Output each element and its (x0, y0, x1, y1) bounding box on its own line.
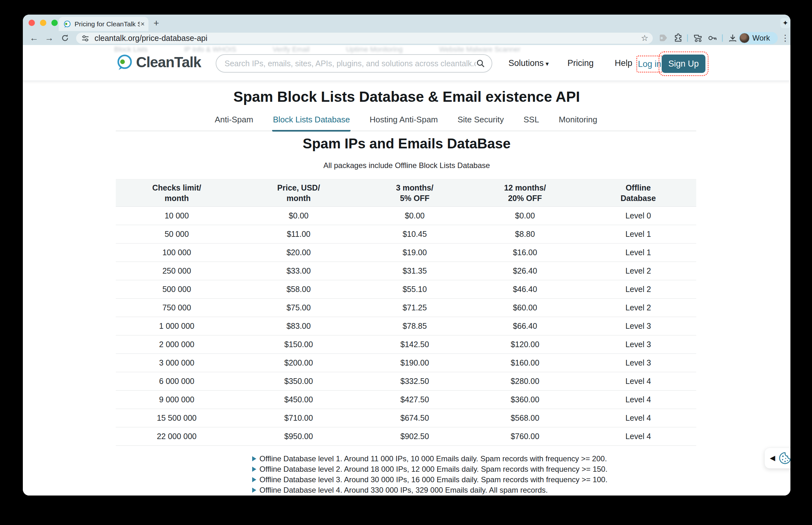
note-arrow-icon (252, 477, 256, 482)
section-subtitle: All packages include Offline Block Lists… (23, 161, 791, 170)
pricing-cell: $8.80 (470, 225, 580, 243)
pricing-cell: $71.25 (360, 299, 470, 317)
note-line: Offline Database level 2. Around 18 000 … (252, 464, 607, 474)
pricing-cell: $0.00 (470, 207, 580, 225)
site-search-bar[interactable] (216, 54, 492, 73)
url-text[interactable]: cleantalk.org/price-database-api (94, 34, 641, 43)
column-header-price-usd: Price, USD/month (238, 179, 359, 207)
pricing-cell: $58.00 (238, 280, 359, 299)
pricing-cell: $360.00 (470, 391, 580, 409)
tab-search-button[interactable]: ✦ (780, 18, 791, 28)
tab-block-lists-database[interactable]: Block Lists Database (272, 110, 351, 132)
pricing-cell: $190.00 (360, 354, 470, 372)
pricing-cell: $0.00 (360, 207, 470, 225)
pricing-cell: $160.00 (470, 354, 580, 372)
pricing-tabs: Anti-SpamBlock Lists DatabaseHosting Ant… (116, 110, 696, 131)
back-icon: ← (29, 33, 39, 43)
pricing-row: 6 000 000$350.00$332.50$280.00Level 4 (116, 372, 696, 391)
pricing-cell: $20.00 (238, 243, 359, 262)
back-button[interactable]: ← (27, 31, 41, 45)
search-input[interactable] (224, 59, 476, 68)
pricing-cell: Level 4 (580, 409, 696, 427)
pricing-cell: $31.35 (360, 262, 470, 280)
pricing-cell: $280.00 (470, 372, 580, 391)
search-icon[interactable] (476, 59, 485, 68)
pricing-row: 15 500 000$710.00$674.50$568.00Level 4 (116, 409, 696, 427)
pricing-cell: $427.50 (360, 391, 470, 409)
column-header-3-months: 3 months/5% OFF (360, 179, 470, 207)
window-close-button[interactable] (29, 20, 35, 26)
pricing-cell: $75.00 (238, 299, 359, 317)
signup-button[interactable]: Sign Up (662, 55, 705, 73)
browser-tab-strip: Pricing for CleanTalk Spam Bl × + ✦ (23, 15, 791, 31)
browser-toolbar: ← → cleantalk.org/price-database-api ☆ (23, 31, 791, 45)
pricing-cell: 50 000 (116, 225, 238, 243)
login-link[interactable]: Log in (638, 59, 661, 69)
profile-avatar (739, 33, 750, 43)
cookie-icon[interactable] (778, 451, 791, 465)
new-tab-button[interactable]: + (153, 18, 159, 29)
pricing-cell: Level 4 (580, 372, 696, 391)
note-arrow-icon (252, 487, 256, 493)
pricing-cell: $83.00 (238, 317, 359, 335)
collapse-arrow-icon[interactable]: ◀ (770, 454, 775, 462)
extension-shortcut-icon[interactable] (658, 33, 668, 43)
pricing-cell: Level 4 (580, 427, 696, 446)
site-settings-icon[interactable] (81, 34, 89, 43)
tab-anti-spam[interactable]: Anti-Spam (214, 110, 254, 131)
page-title: Spam Block Lists Database & Email existe… (23, 88, 791, 105)
bookmark-star-icon[interactable]: ☆ (641, 33, 648, 43)
browser-menu-icon[interactable]: ⋮ (781, 33, 789, 43)
pricing-cell: $78.85 (360, 317, 470, 335)
chevron-down-icon: ▾ (546, 60, 549, 67)
tab-hosting-anti-spam[interactable]: Hosting Anti-Spam (369, 110, 438, 131)
offline-database-notes: Offline Database level 1. Around 11 000 … (252, 453, 607, 495)
tab-close-icon[interactable]: × (141, 20, 145, 28)
pricing-cell: 15 500 000 (116, 409, 238, 427)
nav-pricing[interactable]: Pricing (567, 58, 594, 68)
pricing-cell: Level 2 (580, 262, 696, 280)
window-minimize-button[interactable] (40, 20, 46, 26)
cookie-consent-widget[interactable]: ◀ (764, 448, 791, 468)
toolbar-separator (722, 34, 723, 42)
forward-button[interactable]: → (43, 31, 56, 45)
password-key-icon[interactable] (707, 33, 718, 43)
pricing-cell: $568.00 (470, 409, 580, 427)
extensions-puzzle-icon[interactable] (673, 33, 683, 43)
address-bar[interactable]: cleantalk.org/price-database-api ☆ (76, 33, 653, 44)
window-zoom-button[interactable] (51, 20, 58, 26)
tab-site-security[interactable]: Site Security (457, 110, 505, 131)
section-title: Spam IPs and Emails DataBase (23, 136, 791, 152)
tab-title: Pricing for CleanTalk Spam Bl (75, 20, 140, 28)
pricing-cell: 3 000 000 (116, 354, 238, 372)
pricing-cell: $16.00 (470, 243, 580, 262)
pricing-cell: Level 1 (580, 243, 696, 262)
profile-button[interactable]: Work (738, 32, 778, 44)
faded-nav-item-website-malware-scanner: Website Malware Scanner (439, 45, 520, 54)
reload-button[interactable] (58, 31, 72, 45)
cleantalk-logo[interactable]: CleanTalk (116, 53, 201, 71)
nav-solutions[interactable]: Solutions▾ (508, 58, 549, 68)
pricing-cell: Level 3 (580, 317, 696, 335)
nav-help[interactable]: Help (615, 58, 633, 68)
cleantalk-favicon-icon (63, 20, 71, 28)
note-text: Offline Database level 3. Around 30 000 … (260, 475, 607, 484)
pricing-cell: $0.00 (238, 207, 359, 225)
faded-nav-item-block-lists: Block Lists (114, 45, 147, 54)
tab-monitoring[interactable]: Monitoring (558, 110, 598, 131)
forward-icon: → (45, 33, 54, 43)
note-arrow-icon (252, 467, 256, 472)
extension-carriage-icon[interactable] (693, 33, 703, 43)
faded-top-nav: Block ListsIP Info & WHOISVerify EmailUp… (114, 45, 520, 54)
cleantalk-wordmark: CleanTalk (136, 54, 201, 71)
pricing-cell: $33.00 (238, 262, 359, 280)
browser-tab[interactable]: Pricing for CleanTalk Spam Bl × (59, 17, 148, 31)
note-line: Offline Database level 3. Around 30 000 … (252, 474, 607, 485)
pricing-cell: Level 2 (580, 280, 696, 299)
downloads-icon[interactable] (728, 33, 738, 43)
pricing-cell: $142.50 (360, 335, 470, 354)
pricing-row: 100 000$20.00$19.00$16.00Level 1 (116, 243, 696, 262)
tab-ssl[interactable]: SSL (523, 110, 540, 131)
pricing-row: 9 000 000$450.00$427.50$360.00Level 4 (116, 391, 696, 409)
browser-window: Pricing for CleanTalk Spam Bl × + ✦ ← → (23, 15, 791, 496)
